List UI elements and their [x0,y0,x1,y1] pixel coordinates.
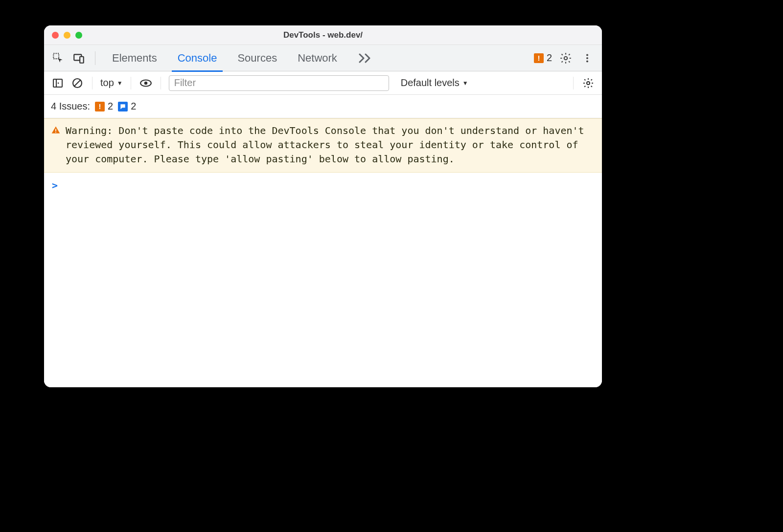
warning-badge-icon: ! [95,102,105,111]
window-controls [44,32,82,39]
devtools-tabstrip: Elements Console Sources Network ! 2 [44,45,602,71]
clear-console-button[interactable] [70,76,84,90]
svg-point-5 [586,57,588,59]
filter-input[interactable] [169,75,389,91]
devtools-window: DevTools - web.dev/ Elements Console Sou… [44,25,602,387]
divider [161,77,161,89]
divider [131,77,131,89]
console-settings-button[interactable] [581,76,595,90]
toggle-sidebar-button[interactable] [51,76,65,90]
titlebar: DevTools - web.dev/ [44,25,602,45]
svg-point-6 [586,60,588,62]
live-expression-button[interactable] [139,76,153,90]
context-label: top [100,77,114,89]
warning-badge-icon: ! [534,53,544,63]
minimize-window-button[interactable] [64,32,70,39]
svg-point-4 [586,54,588,56]
tab-console[interactable]: Console [175,46,220,70]
chevron-down-icon: ▼ [462,80,468,87]
issues-counter-button[interactable]: ! 2 [534,52,552,64]
issues-warning-count: 2 [108,101,113,112]
divider [92,77,92,89]
context-selector[interactable]: top ▼ [100,77,123,89]
tab-elements[interactable]: Elements [109,46,160,70]
log-levels-label: Default levels [401,77,460,89]
filter-field [169,75,389,91]
warning-triangle-icon [51,125,61,135]
issues-info-count: 2 [131,101,136,112]
settings-button[interactable] [558,50,574,66]
tab-sources[interactable]: Sources [234,46,280,70]
svg-rect-15 [55,132,56,133]
console-prompt[interactable]: > [44,173,602,198]
issues-bar: 4 Issues: ! 2 2 [44,95,602,118]
console-output: Warning: Don't paste code into the DevTo… [44,118,602,387]
issues-label: 4 Issues: [51,101,90,112]
log-levels-selector[interactable]: Default levels ▼ [401,77,468,89]
divider [95,51,95,65]
tab-network[interactable]: Network [295,46,340,70]
info-badge-icon [118,102,128,111]
svg-rect-0 [53,53,59,59]
close-window-button[interactable] [52,32,59,39]
svg-rect-14 [55,129,56,132]
issues-info-chip[interactable]: 2 [118,101,136,112]
svg-point-13 [587,82,590,85]
divider [573,77,574,89]
console-toolbar: top ▼ Default levels ▼ [44,71,602,95]
chevron-down-icon: ▼ [117,80,123,87]
console-warning-text: Warning: Don't paste code into the DevTo… [66,124,595,166]
more-options-button[interactable] [579,50,595,66]
inspect-element-icon[interactable] [51,51,66,66]
svg-point-3 [564,56,568,60]
panel-tabs: Elements Console Sources Network [109,46,374,70]
console-warning-row: Warning: Don't paste code into the DevTo… [44,118,602,173]
device-toolbar-icon[interactable] [71,51,86,66]
svg-point-12 [144,81,147,85]
svg-rect-2 [80,56,84,63]
issues-counter-value: 2 [547,52,552,64]
more-tabs-button[interactable] [355,53,374,63]
svg-line-10 [74,80,80,86]
window-title: DevTools - web.dev/ [44,30,602,40]
prompt-caret-icon: > [52,179,58,191]
issues-warning-chip[interactable]: ! 2 [95,101,113,112]
maximize-window-button[interactable] [75,32,82,39]
